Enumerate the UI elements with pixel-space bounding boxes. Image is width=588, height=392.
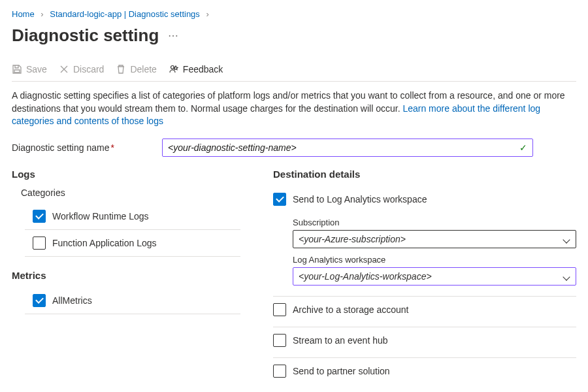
feedback-icon <box>169 64 179 74</box>
breadcrumb: Home › Standard-logic-app | Diagnostic s… <box>12 8 576 23</box>
discard-button[interactable]: Discard <box>59 64 104 74</box>
log-category-row: Workflow Runtime Logs <box>25 203 240 230</box>
destination-header: Destination details <box>273 169 576 180</box>
checkmark-icon: ✓ <box>519 142 527 153</box>
destination-partner: Send to partner solution <box>273 358 576 388</box>
chevron-right-icon: › <box>41 9 43 19</box>
log-category-label: Workflow Runtime Logs <box>52 211 149 221</box>
metric-category-row: AllMetrics <box>25 287 240 314</box>
save-button[interactable]: Save <box>12 64 47 74</box>
save-label: Save <box>26 64 47 74</box>
workspace-label: Log Analytics workspace <box>293 255 576 265</box>
workflow-runtime-logs-checkbox[interactable] <box>33 210 46 223</box>
toolbar: Save Discard Delete Feedback <box>12 59 576 82</box>
destination-label: Send to partner solution <box>293 366 390 376</box>
description: A diagnostic setting specifies a list of… <box>12 90 574 128</box>
trash-icon <box>116 64 126 74</box>
destination-label: Archive to a storage account <box>293 304 408 315</box>
feedback-button[interactable]: Feedback <box>169 64 223 74</box>
page-title: Diagnostic setting <box>12 25 159 46</box>
close-icon <box>59 64 69 74</box>
destination-storage: Archive to a storage account <box>273 297 576 327</box>
archive-storage-checkbox[interactable] <box>273 303 286 316</box>
page-header: Diagnostic setting ⋯ <box>12 25 576 46</box>
feedback-label: Feedback <box>183 64 223 74</box>
log-category-row: Function Application Logs <box>25 230 240 257</box>
name-field-value: <your-diagnostic-setting-name> <box>168 142 297 153</box>
destination-label: Send to Log Analytics workspace <box>293 194 427 204</box>
partner-solution-checkbox[interactable] <box>273 365 286 378</box>
log-category-label: Function Application Logs <box>52 238 157 248</box>
subscription-label: Subscription <box>293 218 576 227</box>
delete-label: Delete <box>130 64 156 74</box>
categories-header: Categories <box>21 188 247 198</box>
metric-category-label: AllMetrics <box>52 295 92 306</box>
event-hub-checkbox[interactable] <box>273 334 286 347</box>
breadcrumb-parent[interactable]: Standard-logic-app | Diagnostic settings <box>50 9 200 19</box>
function-application-logs-checkbox[interactable] <box>33 237 46 250</box>
metrics-header: Metrics <box>12 270 247 281</box>
destination-label: Stream to an event hub <box>293 335 388 346</box>
required-indicator: * <box>110 142 114 153</box>
chevron-down-icon <box>564 273 570 280</box>
log-analytics-workspace-select[interactable]: <your-Log-Analytics-workspace> <box>293 267 576 286</box>
diagnostic-setting-name-input[interactable]: <your-diagnostic-setting-name> ✓ <box>162 139 533 157</box>
send-to-log-analytics-checkbox[interactable] <box>273 193 286 206</box>
subscription-select[interactable]: <your-Azure-subscription> <box>293 230 576 248</box>
name-field-row: Diagnostic setting name* <your-diagnosti… <box>12 139 576 157</box>
more-actions-button[interactable]: ⋯ <box>168 29 180 42</box>
save-icon <box>12 64 22 74</box>
all-metrics-checkbox[interactable] <box>33 294 46 307</box>
discard-label: Discard <box>73 64 104 74</box>
logs-header: Logs <box>12 169 247 180</box>
destination-event-hub: Stream to an event hub <box>273 327 576 358</box>
breadcrumb-home[interactable]: Home <box>12 9 35 19</box>
name-field-label: Diagnostic setting name* <box>12 142 155 153</box>
chevron-down-icon <box>564 236 570 242</box>
destination-log-analytics: Send to Log Analytics workspace Subscrip… <box>273 186 576 297</box>
workspace-value: <your-Log-Analytics-workspace> <box>299 271 432 282</box>
chevron-right-icon: › <box>206 9 208 19</box>
delete-button[interactable]: Delete <box>116 64 156 74</box>
subscription-value: <your-Azure-subscription> <box>299 234 406 244</box>
logs-metrics-column: Logs Categories Workflow Runtime Logs Fu… <box>12 169 247 314</box>
destination-column: Destination details Send to Log Analytic… <box>273 169 576 388</box>
